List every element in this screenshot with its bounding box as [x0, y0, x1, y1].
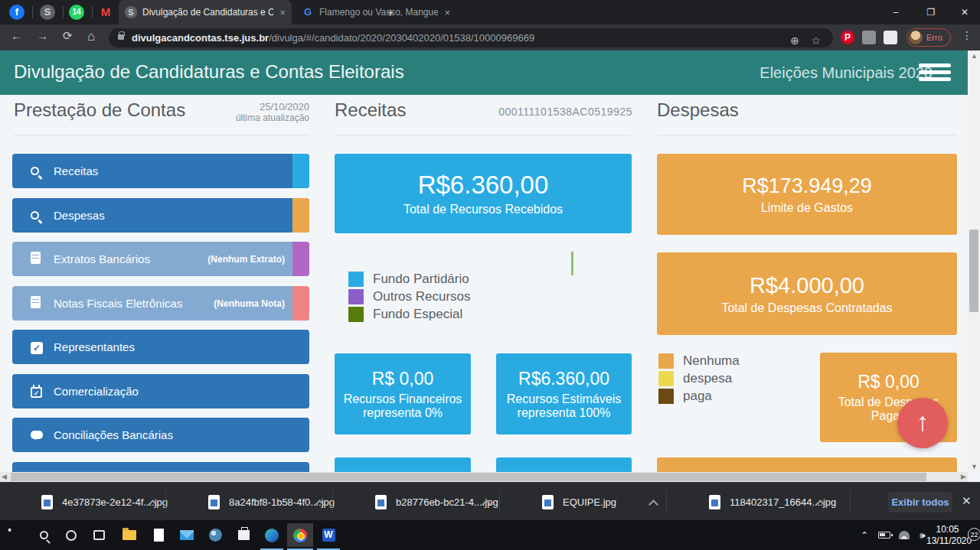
sidebar-item-notas-fiscais[interactable]: Notas Fiscais Eletrônicas (Nenhuma Nota)	[12, 286, 309, 321]
tab-flamengo[interactable]: G Flamengo ou Vasco, Mangueira o ×	[296, 0, 456, 24]
chrome-icon[interactable]	[287, 523, 313, 547]
url-domain: divulgacandcontas.tse.jus.br	[132, 32, 269, 44]
legend-swatch	[658, 371, 674, 386]
election-label: Eleições Municipais 2020	[760, 64, 933, 82]
file-icon	[31, 252, 54, 266]
despesas-heading: Despesas	[657, 99, 739, 121]
tab-divulgacao[interactable]: S Divulgação de Candidaturas e Co ×	[119, 0, 292, 24]
hamburger-menu-icon[interactable]	[919, 63, 951, 82]
reload-icon[interactable]: ⟳	[63, 29, 73, 43]
bookmark-star-icon[interactable]: ☆	[811, 31, 821, 50]
scroll-up-icon[interactable]: ▲	[971, 52, 978, 60]
tab-close-icon[interactable]: ×	[279, 7, 286, 18]
legend-swatch	[348, 307, 364, 322]
legend-swatch	[348, 272, 364, 287]
sidebar-item-comercializacao[interactable]: ✓ Comercialização	[12, 374, 309, 408]
forward-icon[interactable]: →	[37, 29, 48, 42]
mail-icon[interactable]	[174, 523, 200, 547]
shelf-separator	[666, 490, 667, 513]
legend-item: Nenhuma	[658, 353, 740, 369]
show-all-downloads-button[interactable]: Exibir todos	[888, 492, 952, 513]
window-close-button[interactable]: ✕	[949, 3, 980, 21]
sidebar-item-despesas[interactable]: Despesas	[12, 198, 309, 233]
back-icon[interactable]: ←	[11, 29, 22, 42]
vertical-scrollbar[interactable]: ▲ ▼	[968, 50, 980, 472]
sidebar-item-receitas[interactable]: Receitas	[12, 154, 309, 188]
file-explorer-icon[interactable]	[116, 523, 142, 547]
download-item[interactable]: b28776eb-bc21-4....jpg	[334, 483, 498, 521]
sidebar-item-partial[interactable]	[12, 462, 309, 472]
download-item[interactable]: 4e37873e-2e12-4f....jpg	[0, 483, 164, 521]
scroll-to-top-button[interactable]: ↑	[897, 398, 948, 448]
microsoft-store-icon[interactable]	[230, 523, 256, 547]
media-app-icon[interactable]	[202, 523, 228, 547]
shelf-separator	[165, 490, 166, 513]
legend-item: Outros Recursos	[348, 288, 471, 305]
legend-item: despesa	[658, 370, 740, 387]
facebook-pinned-tab[interactable]: f	[9, 5, 24, 20]
tab-separator	[63, 6, 64, 18]
new-tab-button[interactable]: +	[387, 5, 394, 21]
cortana-icon[interactable]	[58, 523, 84, 547]
sidebar-item-representantes[interactable]: ✓ Representantes	[12, 330, 309, 364]
window-minimize-button[interactable]: –	[880, 3, 911, 21]
tab-separator	[92, 6, 93, 18]
legend-item: Fundo Partidário	[348, 271, 471, 288]
site-pinned-tab[interactable]: S	[40, 5, 55, 20]
zoom-icon[interactable]: ⊕	[790, 31, 799, 50]
window-restore-button[interactable]: ❐	[916, 3, 946, 21]
legend-label: paga	[683, 389, 712, 404]
start-button[interactable]	[2, 523, 28, 547]
check-square-icon: ✓	[31, 340, 54, 354]
card-value: R$ 0,00	[858, 372, 920, 392]
task-view-icon[interactable]	[86, 523, 112, 547]
receitas-legend: Fundo Partidário Outros Recursos Fundo E…	[348, 271, 471, 324]
address-bar[interactable]: divulgacandcontas.tse.jus.br/divulga/#/c…	[109, 28, 833, 47]
chart-sliver-fundo-especial	[571, 252, 573, 275]
home-icon[interactable]: ⌂	[87, 29, 95, 44]
extension-icon[interactable]	[862, 31, 876, 44]
sidebar-item-note: (Nenhuma Nota)	[214, 298, 285, 309]
tab-close-icon[interactable]: ×	[444, 7, 450, 18]
edge-icon[interactable]	[259, 523, 285, 547]
chevron-up-icon[interactable]	[648, 500, 658, 509]
clock[interactable]: 10:05 13/11/2020	[926, 524, 969, 547]
taskbar-search-icon[interactable]	[31, 523, 57, 547]
scroll-down-icon[interactable]: ▼	[971, 463, 978, 470]
scroll-left-icon[interactable]: ◀	[2, 473, 7, 480]
profile-button[interactable]: Erro	[906, 28, 951, 47]
close-shelf-icon[interactable]: ✕	[962, 494, 972, 508]
extensions-puzzle-icon[interactable]	[884, 31, 897, 44]
up-arrow-icon: ↑	[916, 407, 929, 436]
page-viewport: Divulgação de Candidaturas e Contas Elei…	[0, 50, 980, 482]
shelf-separator	[499, 490, 500, 513]
site-title: Divulgação de Candidaturas e Contas Elei…	[14, 61, 404, 83]
card-label: representa 100%	[518, 406, 611, 420]
pinterest-extension-icon[interactable]: P	[841, 31, 854, 44]
legend-item: paga	[658, 388, 740, 405]
site-header: Divulgação de Candidaturas e Contas Elei…	[0, 50, 980, 95]
scrollbar-thumb[interactable]	[969, 229, 978, 312]
sidebar-item-extratos[interactable]: Extratos Bancários (Nenhum Extrato)	[12, 242, 309, 276]
color-strip	[292, 286, 309, 321]
legend-label: Fundo Partidário	[373, 272, 469, 287]
document-app-icon[interactable]	[145, 523, 172, 547]
download-item[interactable]: 118402317_16644....jpg	[668, 483, 831, 521]
notification-badge: 22	[968, 528, 980, 541]
horizontal-scrollbar[interactable]: ◀ ▶	[0, 472, 968, 482]
tab-title: Flamengo ou Vasco, Mangueira o	[319, 7, 438, 18]
legend-swatch	[658, 389, 674, 404]
download-item[interactable]: EQUIPE.jpg	[501, 483, 665, 521]
gmail-pinned-tab[interactable]: M	[98, 5, 113, 20]
sidebar-item-conciliacoes[interactable]: Conciliações Bancárias	[12, 418, 309, 452]
browser-menu-icon[interactable]: ⋮	[962, 29, 972, 41]
scroll-right-icon[interactable]: ▶	[961, 473, 966, 480]
scrollbar-thumb[interactable]	[11, 473, 926, 481]
download-item[interactable]: 8a24fbf8-1b58-4f0....jpg	[167, 483, 331, 521]
url-text: divulgacandcontas.tse.jus.br/divulga/#/c…	[132, 28, 534, 47]
search-icon	[31, 164, 54, 177]
word-icon[interactable]: W	[315, 523, 341, 547]
card-value: R$6.360,00	[418, 171, 549, 200]
whatsapp-pinned-tab[interactable]: 14	[69, 5, 84, 20]
file-name: EQUIPE.jpg	[563, 496, 616, 508]
